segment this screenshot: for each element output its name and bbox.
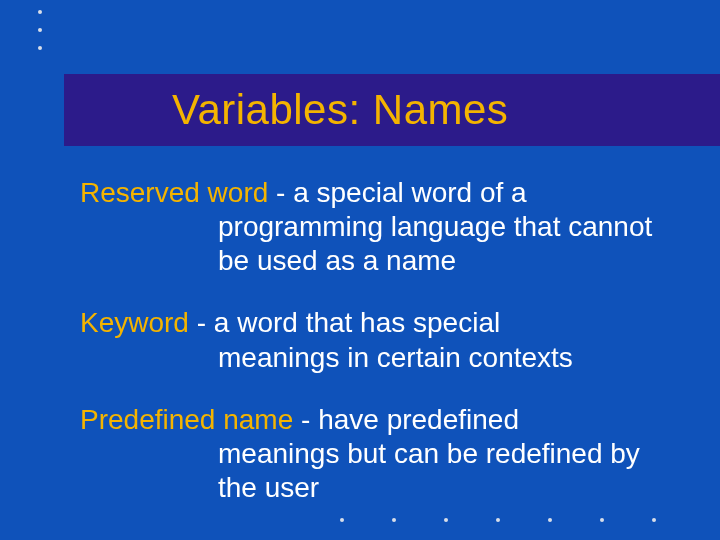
slide-body: Reserved word - a special word of a prog… — [80, 176, 684, 533]
dot-icon — [340, 518, 344, 522]
slide: Variables: Names Reserved word - a speci… — [0, 0, 720, 540]
dot-icon — [600, 518, 604, 522]
dot-icon — [444, 518, 448, 522]
dot-icon — [392, 518, 396, 522]
dot-icon — [652, 518, 656, 522]
dot-icon — [548, 518, 552, 522]
decorative-dots-bottom — [340, 518, 656, 522]
definition-continuation: meanings in certain contexts — [80, 341, 684, 375]
definition-text: - have predefined — [293, 404, 519, 435]
dot-icon — [38, 46, 42, 50]
dot-icon — [38, 28, 42, 32]
term-label: Reserved word — [80, 177, 268, 208]
definition-text: - a word that has special — [189, 307, 500, 338]
definition-continuation: programming language that cannot be used… — [80, 210, 684, 278]
definition-continuation: meanings but can be redefined by the use… — [80, 437, 684, 505]
dot-icon — [496, 518, 500, 522]
definition-item: Keyword - a word that has special meanin… — [80, 306, 684, 374]
definition-text: - a special word of a — [268, 177, 526, 208]
decorative-dots-top — [38, 10, 42, 50]
title-bar: Variables: Names — [64, 74, 720, 146]
term-label: Predefined name — [80, 404, 293, 435]
definition-item: Reserved word - a special word of a prog… — [80, 176, 684, 278]
definition-item: Predefined name - have predefined meanin… — [80, 403, 684, 505]
term-label: Keyword — [80, 307, 189, 338]
slide-title: Variables: Names — [172, 86, 508, 134]
dot-icon — [38, 10, 42, 14]
